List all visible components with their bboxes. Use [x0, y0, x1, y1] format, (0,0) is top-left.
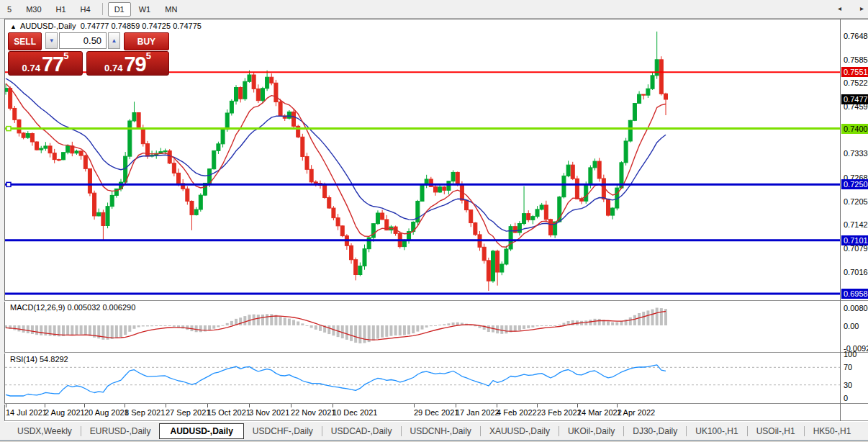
tab-usdcad-daily[interactable]: USDCAD-,Daily — [322, 424, 401, 438]
symbol-tabbar: USDX,WeeklyEURUSD-,DailyAUDUSD-,DailyUSD… — [0, 422, 868, 440]
date-axis-tick — [291, 404, 291, 407]
price-axis-tick: 0.70165 — [844, 268, 868, 276]
chart-ohlc-values: 0.74777 0.74859 0.74725 0.74775 — [81, 22, 202, 30]
timeframe-button-h1[interactable]: H1 — [50, 2, 73, 17]
timeframe-button-h4[interactable]: H4 — [74, 2, 97, 17]
chart-symbol-label: AUDUSD-,Daily — [20, 22, 76, 30]
date-axis-label: 10 Dec 2021 — [333, 408, 377, 417]
tab-eurusd-daily[interactable]: EURUSD-,Daily — [81, 424, 160, 438]
buy-button[interactable]: BUY — [124, 32, 169, 50]
price-axis-separator — [840, 19, 841, 421]
date-axis-tick — [497, 404, 497, 407]
rsi-axis-tick: 100 — [844, 350, 856, 358]
date-axis-label: 14 Mar 2022 — [577, 408, 622, 417]
collapse-icon[interactable]: ▲ — [10, 23, 17, 30]
date-axis-label: 22 Nov 2021 — [291, 408, 335, 417]
date-axis-label: 8 Sep 2021 — [125, 408, 165, 417]
current-price-badge: 0.74775 — [841, 94, 868, 104]
sell-price-main: 77 — [42, 55, 63, 73]
tabbar-separator — [4, 420, 868, 421]
timeframe-toolbar: 5M30H1H4D1W1MN — [0, 0, 868, 19]
buy-price-prefix: 0.74 — [104, 63, 122, 73]
price-axis-tick: 0.71425 — [844, 220, 868, 229]
tab-audusd-daily[interactable]: AUDUSD-,Daily — [159, 423, 243, 439]
date-axis-tick — [45, 404, 45, 407]
tab-scroll-arrows: ◂ ▸ — [838, 4, 864, 12]
sell-price-display[interactable]: 0.74 77 5 — [8, 51, 83, 76]
rsi-name: RSI(14) — [10, 355, 37, 364]
date-axis-tick — [84, 404, 85, 407]
chart-title: ▲AUDUSD-,Daily 0.74777 0.74859 0.74725 0… — [10, 22, 202, 30]
rsi-label: RSI(14) 54.8292 — [10, 355, 68, 364]
date-axis-label: 1 Apr 2022 — [617, 408, 655, 417]
date-axis-label: 17 Jan 2022 — [456, 408, 499, 417]
date-axis-tick — [207, 404, 208, 407]
timeframe-button-5[interactable]: 5 — [1, 2, 18, 17]
date-axis-tick — [333, 404, 333, 407]
tab-usdx-weekly[interactable]: USDX,Weekly — [9, 424, 81, 438]
date-axis-label: 27 Sep 2021 — [166, 408, 210, 417]
tab-xauusd-daily[interactable]: XAUUSD-,Daily — [481, 424, 559, 438]
date-axis-separator — [4, 403, 868, 404]
date-axis-tick — [456, 404, 456, 407]
date-axis-tick — [6, 404, 6, 407]
tab-hk50-h1[interactable]: HK50-,H1 — [805, 424, 860, 438]
price-line-badge: 0.72504 — [841, 179, 868, 189]
buy-price-display[interactable]: 0.74 79 5 — [86, 51, 169, 76]
price-axis-tick: 0.70795 — [844, 244, 868, 253]
timeframe-button-w1[interactable]: W1 — [132, 2, 158, 17]
date-axis-label: 3 Nov 2021 — [249, 408, 289, 417]
buy-price-pip: 5 — [146, 52, 151, 60]
price-line-badge: 0.71013 — [841, 235, 868, 245]
tab-usdcnh-daily[interactable]: USDCNH-,Daily — [402, 424, 480, 438]
price-axis-tick: 0.75850 — [844, 55, 868, 64]
tab-usdchf-daily[interactable]: USDCHF-,Daily — [244, 424, 322, 438]
date-axis-tick — [166, 404, 166, 407]
price-line-badge: 0.75512 — [841, 67, 868, 77]
tab-dj30-daily[interactable]: DJ30-,Daily — [624, 424, 686, 438]
sell-button[interactable]: SELL — [8, 32, 42, 50]
arrow-down-icon: ▼ — [49, 37, 55, 44]
rsi-indicator-panel[interactable] — [5, 353, 840, 403]
macd-axis-tick: 0.00 — [844, 322, 859, 330]
macd-values: 0.005032 0.006290 — [67, 303, 135, 312]
date-axis-label: 23 Feb 2022 — [537, 408, 582, 417]
macd-name: MACD(12,26,9) — [10, 303, 65, 312]
price-line-badge: 0.69582 — [841, 289, 868, 299]
rsi-value: 54.8292 — [40, 355, 68, 364]
macd-panel-separator[interactable] — [4, 300, 868, 301]
rsi-axis-tick: 30 — [844, 381, 852, 389]
date-axis-label: 14 Jul 2021 — [6, 408, 47, 417]
rsi-axis-tick: 0 — [844, 394, 848, 402]
price-axis-tick: 0.75220 — [844, 78, 868, 87]
date-axis-tick — [537, 404, 538, 407]
timeframe-button-mn[interactable]: MN — [158, 2, 184, 17]
sell-price-prefix: 0.74 — [22, 63, 40, 73]
volume-input[interactable] — [59, 32, 107, 49]
tab-ukoil-daily[interactable]: UKOil-,Daily — [559, 424, 623, 438]
date-axis-tick — [577, 404, 578, 407]
tab-usoil-h1[interactable]: USOil-,H1 — [748, 424, 804, 438]
price-axis-tick: 0.73330 — [844, 149, 868, 158]
price-line-badge: 0.74002 — [841, 124, 868, 134]
date-axis-label: 4 Feb 2022 — [497, 408, 537, 417]
price-axis-tick: 0.76480 — [844, 32, 868, 40]
arrow-up-icon: ▲ — [112, 37, 117, 44]
price-axis-tick: 0.72055 — [844, 197, 868, 206]
rsi-panel-separator[interactable] — [4, 352, 868, 353]
macd-axis-tick: 0.008061 — [844, 304, 868, 312]
date-axis-label: 29 Dec 2021 — [414, 408, 458, 417]
rsi-axis-tick: 70 — [844, 363, 852, 371]
tab-scroll-left-icon[interactable]: ◂ — [838, 4, 841, 12]
tab-scroll-right-icon[interactable]: ▸ — [860, 4, 864, 12]
date-axis-tick — [249, 404, 250, 407]
tab-uk100-h1[interactable]: UK100-,H1 — [687, 424, 746, 438]
sell-price-pip: 5 — [63, 52, 68, 60]
timeframe-button-d1[interactable]: D1 — [108, 2, 131, 17]
volume-decrease-button[interactable]: ▼ — [45, 32, 58, 49]
date-axis-tick — [414, 404, 415, 407]
volume-increase-button[interactable]: ▲ — [108, 32, 120, 49]
buy-price-main: 79 — [124, 55, 145, 73]
date-axis-tick — [617, 404, 618, 407]
timeframe-button-m30[interactable]: M30 — [19, 2, 48, 17]
